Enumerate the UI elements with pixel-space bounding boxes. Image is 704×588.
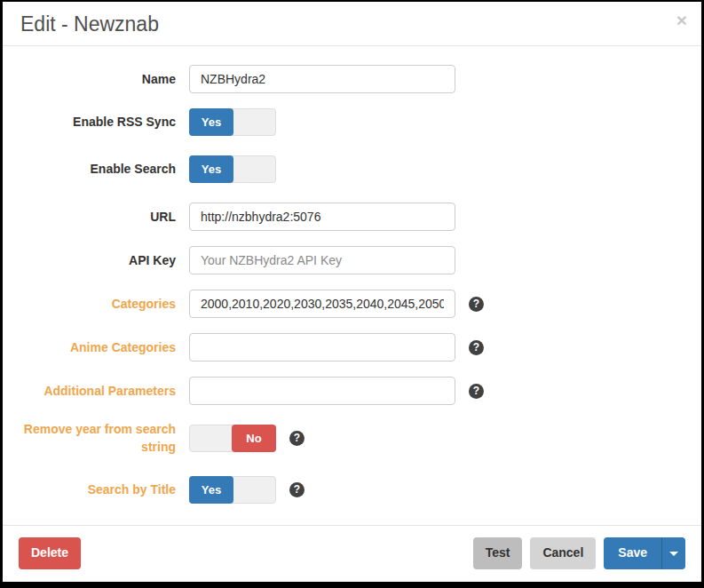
- modal-title: Edit - Newznab: [20, 12, 684, 36]
- name-input[interactable]: [189, 65, 455, 93]
- remove-year-label: Remove year from search string: [20, 420, 176, 457]
- modal-body: Name Enable RSS Sync Yes Enable Search Y…: [3, 46, 701, 525]
- api-key-input[interactable]: [189, 246, 455, 274]
- test-button[interactable]: Test: [473, 537, 523, 569]
- enable-search-toggle[interactable]: Yes: [189, 155, 276, 183]
- additional-parameters-input[interactable]: [189, 377, 455, 405]
- anime-categories-input[interactable]: [189, 333, 455, 362]
- close-icon[interactable]: ×: [676, 11, 687, 29]
- help-icon[interactable]: ?: [289, 431, 305, 446]
- form-row-categories: Categories ?: [20, 290, 684, 318]
- help-icon[interactable]: ?: [469, 340, 484, 355]
- url-label: URL: [20, 208, 176, 226]
- enable-rss-sync-toggle[interactable]: Yes: [189, 108, 276, 136]
- api-key-label: API Key: [20, 251, 176, 269]
- delete-button[interactable]: Delete: [19, 537, 81, 569]
- help-icon[interactable]: ?: [469, 297, 484, 312]
- enable-search-label: Enable Search: [20, 160, 176, 178]
- enable-rss-sync-label: Enable RSS Sync: [20, 113, 176, 131]
- cancel-button[interactable]: Cancel: [530, 537, 596, 569]
- modal-header: Edit - Newznab ×: [3, 2, 701, 46]
- search-by-title-label: Search by Title: [20, 481, 176, 498]
- caret-down-icon: [669, 552, 678, 556]
- form-row-search-by-title: Search by Title Yes ?: [20, 476, 684, 504]
- form-row-anime-categories: Anime Categories ?: [20, 333, 684, 362]
- form-row-api-key: API Key: [20, 246, 684, 274]
- save-split-button: Save: [604, 537, 685, 569]
- anime-categories-label: Anime Categories: [20, 338, 176, 356]
- form-row-url: URL: [20, 203, 684, 231]
- categories-input[interactable]: [189, 290, 455, 318]
- form-row-enable-rss-sync: Enable RSS Sync Yes: [20, 108, 684, 136]
- form-row-enable-search: Enable Search Yes: [20, 155, 684, 183]
- toggle-yes-segment: Yes: [189, 108, 233, 136]
- help-icon[interactable]: ?: [289, 482, 305, 497]
- search-by-title-toggle[interactable]: Yes: [189, 476, 276, 504]
- url-input[interactable]: [189, 203, 455, 231]
- modal-footer: Delete Test Cancel Save: [3, 525, 701, 582]
- form-row-additional-parameters: Additional Parameters ?: [20, 377, 684, 405]
- remove-year-toggle[interactable]: No: [189, 425, 276, 452]
- name-label: Name: [20, 70, 176, 88]
- categories-label: Categories: [20, 295, 176, 313]
- additional-parameters-label: Additional Parameters: [20, 382, 176, 400]
- toggle-no-segment: No: [232, 425, 276, 452]
- help-icon[interactable]: ?: [469, 384, 484, 399]
- save-options-button[interactable]: [661, 537, 685, 569]
- save-button[interactable]: Save: [604, 537, 661, 569]
- toggle-yes-segment: Yes: [189, 476, 233, 504]
- edit-newznab-modal: Edit - Newznab × Name Enable RSS Sync Ye…: [3, 2, 701, 582]
- toggle-yes-segment: Yes: [189, 155, 233, 183]
- form-row-name: Name: [20, 65, 684, 93]
- form-row-remove-year: Remove year from search string No ?: [20, 420, 684, 457]
